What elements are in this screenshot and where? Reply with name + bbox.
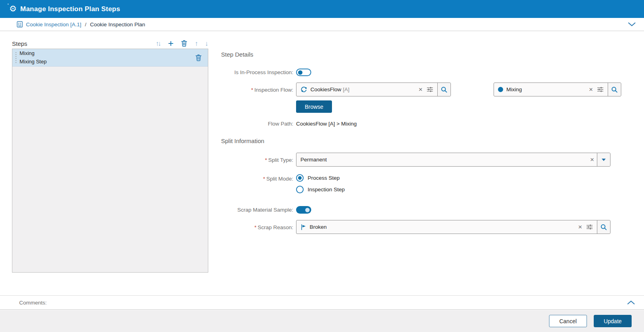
comments-label: Comments: <box>19 300 47 306</box>
in-process-inspection-toggle[interactable] <box>296 69 311 76</box>
flag-icon <box>300 224 306 230</box>
section-heading-split-information: Split Information <box>221 138 264 144</box>
breadcrumb-current: Cookie Inspection Plan <box>90 22 145 28</box>
browse-button[interactable]: Browse <box>296 100 332 113</box>
comments-bar: Comments: <box>0 295 644 310</box>
inspection-step-field[interactable]: Mixing × <box>494 83 621 96</box>
dropdown-caret-button[interactable] <box>597 153 610 166</box>
clear-icon[interactable]: × <box>586 86 596 93</box>
radio-icon <box>296 186 304 193</box>
inspection-step-value: Mixing <box>506 86 586 92</box>
flow-path-value: CookiesFlow [A] > Mixing <box>296 121 357 127</box>
revision-picker-icon[interactable] <box>585 224 597 230</box>
split-type-value: Permanent <box>300 157 587 163</box>
step-list-item-mixing[interactable]: Mixing Mixing Step <box>12 49 208 67</box>
settings-gear-icon: ⚙' <box>9 4 17 13</box>
required-asterisk: * <box>265 157 267 163</box>
scrap-material-sample-toggle[interactable] <box>296 206 311 214</box>
step-description: Mixing Step <box>20 58 47 66</box>
radio-inspection-step[interactable]: Inspection Step <box>296 186 345 193</box>
move-step-up-icon[interactable]: ↑ <box>195 39 198 48</box>
step-name: Mixing <box>20 49 47 57</box>
flow-path-label: Flow Path: <box>217 121 293 127</box>
step-dot-icon <box>498 87 503 92</box>
sort-steps-icon[interactable]: ↑↓ <box>156 39 161 48</box>
collapse-header-chevron-icon[interactable] <box>628 22 636 27</box>
steps-list: Mixing Mixing Step <box>12 49 208 273</box>
page-title: Manage Inspection Plan Steps <box>20 5 120 13</box>
caret-down-icon <box>602 159 606 161</box>
split-mode-label: *Split Mode: <box>217 176 293 182</box>
move-step-down-icon[interactable]: ↓ <box>205 39 209 48</box>
split-type-dropdown[interactable]: Permanent × <box>296 153 610 167</box>
steps-header: Steps ↑↓ + ↑ ↓ <box>12 38 208 49</box>
step-details-form: Step Details Is In-Process Inspection: *… <box>217 49 622 273</box>
app-title-bar: ⚙' Manage Inspection Plan Steps <box>0 0 644 18</box>
scrap-reason-field[interactable]: Broken × <box>296 220 610 234</box>
clear-icon[interactable]: × <box>587 156 597 163</box>
in-process-inspection-label: Is In-Process Inspection: <box>217 69 293 75</box>
section-heading-step-details: Step Details <box>221 51 253 58</box>
scrap-reason-label: *Scrap Reason: <box>217 224 293 230</box>
delete-row-trash-icon[interactable] <box>195 53 202 62</box>
required-asterisk: * <box>251 87 253 93</box>
required-asterisk: * <box>263 176 265 182</box>
clear-icon[interactable]: × <box>416 86 425 93</box>
search-step-button[interactable] <box>608 83 621 96</box>
drag-handle-icon[interactable] <box>12 52 20 63</box>
revision-picker-icon[interactable] <box>425 86 437 93</box>
delete-step-icon[interactable] <box>180 39 188 48</box>
search-flow-button[interactable] <box>437 83 450 96</box>
breadcrumb: Cookie Inspection [A.1] / Cookie Inspect… <box>0 18 644 31</box>
breadcrumb-separator: / <box>85 22 87 28</box>
scrap-reason-value: Broken <box>310 224 575 230</box>
radio-icon <box>296 174 304 182</box>
required-asterisk: * <box>254 224 256 230</box>
cancel-button[interactable]: Cancel <box>549 315 587 327</box>
steps-title: Steps <box>12 40 27 47</box>
split-type-label: *Split Type: <box>217 157 293 163</box>
inspection-flow-value: CookiesFlow[A] <box>310 86 416 92</box>
flow-icon <box>300 86 307 93</box>
revision-picker-icon[interactable] <box>596 86 608 93</box>
scrap-material-sample-label: Scrap Material Sample: <box>217 207 293 213</box>
inspection-flow-field[interactable]: CookiesFlow[A] × <box>296 83 451 96</box>
radio-process-step[interactable]: Process Step <box>296 174 340 182</box>
search-scrap-reason-button[interactable] <box>597 220 610 234</box>
clear-icon[interactable]: × <box>575 224 585 230</box>
steps-toolbar: ↑↓ + ↑ ↓ <box>156 39 208 48</box>
inspection-flow-label: *Inspection Flow: <box>217 87 293 93</box>
collapse-comments-chevron-icon[interactable] <box>627 300 635 305</box>
inspection-plan-icon <box>17 21 23 28</box>
breadcrumb-parent-link[interactable]: Cookie Inspection [A.1] <box>26 22 81 28</box>
update-button[interactable]: Update <box>594 315 632 327</box>
add-step-icon[interactable]: + <box>168 39 174 48</box>
footer-action-bar: Cancel Update <box>0 310 644 332</box>
